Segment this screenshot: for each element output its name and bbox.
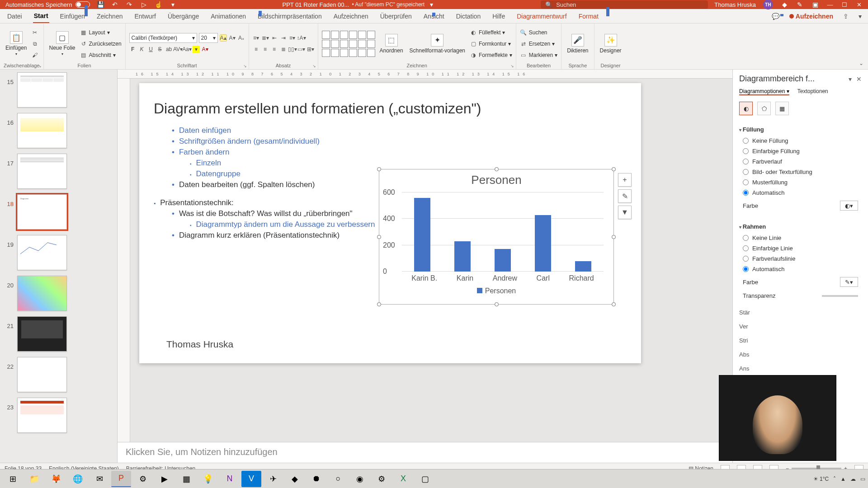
dictate-button[interactable]: 🎤Diktieren bbox=[565, 33, 590, 55]
spacing-icon[interactable]: AV▾ bbox=[175, 46, 182, 53]
shape-outline-button[interactable]: ▢Formkontur ▾ bbox=[470, 39, 512, 49]
shadow-icon[interactable]: ab bbox=[165, 46, 173, 53]
vlc-icon[interactable]: ▶ bbox=[155, 471, 175, 487]
slide-title[interactable]: Diagramm erstellen und formatieren („cus… bbox=[154, 100, 627, 117]
cut-icon[interactable]: ✂ bbox=[31, 29, 38, 36]
border-auto-radio[interactable]: Automatisch bbox=[739, 264, 862, 274]
shape-fill-button[interactable]: ◐Fülleffekt ▾ bbox=[470, 28, 512, 38]
bullet-3[interactable]: Farben ändern bbox=[172, 147, 627, 158]
thumb-20[interactable]: 20 bbox=[5, 276, 113, 311]
fill-pattern-radio[interactable]: Musterfüllung bbox=[739, 177, 862, 188]
designer-button[interactable]: ✨Designer bbox=[598, 33, 623, 55]
onedrive-icon[interactable]: ☁ bbox=[850, 476, 856, 482]
find-button[interactable]: 🔍Suchen bbox=[520, 28, 557, 38]
format-pane-close-icon[interactable]: ✕ bbox=[856, 75, 862, 83]
arrange-button[interactable]: ⬚Anordnen bbox=[378, 33, 405, 55]
chart-elements-button[interactable]: + bbox=[618, 173, 632, 187]
transparency-slider[interactable] bbox=[822, 295, 858, 297]
resize-handle[interactable] bbox=[495, 302, 499, 306]
columns-icon[interactable]: ▯▯▾ bbox=[289, 46, 296, 53]
border-gradient-radio[interactable]: Farbverlaufslinie bbox=[739, 253, 862, 264]
font-launcher-icon[interactable]: ↘ bbox=[243, 64, 247, 68]
chart-bar[interactable] bbox=[414, 198, 430, 272]
bold-button[interactable]: F bbox=[129, 46, 137, 53]
tray-chevron-icon[interactable]: ˄ bbox=[833, 476, 836, 482]
italic-button[interactable]: K bbox=[138, 46, 146, 53]
slide-canvas[interactable]: Diagramm erstellen und formatieren („cus… bbox=[130, 79, 732, 442]
settings-icon[interactable]: ⚙ bbox=[372, 471, 392, 487]
drawing-launcher-icon[interactable]: ↘ bbox=[510, 64, 514, 68]
fill-section-header[interactable]: Füllung bbox=[739, 123, 862, 136]
app-icon[interactable]: V bbox=[241, 471, 261, 487]
paragraph-launcher-icon[interactable]: ↘ bbox=[312, 64, 316, 68]
start-button[interactable]: ⊞ bbox=[3, 471, 23, 487]
chart-legend[interactable]: Personen bbox=[379, 287, 613, 295]
new-slide-button[interactable]: ▢Neue Folie▾ bbox=[47, 30, 77, 57]
resize-handle[interactable] bbox=[612, 167, 616, 171]
thumb-22[interactable]: 22 bbox=[5, 357, 113, 392]
onenote-icon[interactable]: N bbox=[220, 471, 240, 487]
replace-button[interactable]: ⇄Ersetzen ▾ bbox=[520, 39, 557, 49]
system-tray[interactable]: ☀ 1°C ˄ ▲ ☁ ▭ bbox=[813, 476, 865, 482]
thumb-18[interactable]: 18Diagramm bbox=[5, 194, 113, 230]
excel-icon[interactable]: X bbox=[393, 471, 413, 487]
shapes-gallery[interactable] bbox=[322, 31, 375, 57]
align-text-icon[interactable]: ▭▾ bbox=[298, 46, 305, 53]
thumb-15[interactable]: 15 bbox=[5, 72, 113, 108]
thumb-19[interactable]: 19 bbox=[5, 235, 113, 270]
slide[interactable]: Diagramm erstellen und formatieren („cus… bbox=[139, 83, 641, 363]
obs-icon[interactable]: ⏺ bbox=[307, 471, 326, 487]
section-button[interactable]: ▤Abschnitt ▾ bbox=[80, 50, 122, 60]
chart-bar[interactable] bbox=[495, 249, 511, 272]
collapse-ribbon-icon[interactable]: ⌄ bbox=[854, 57, 868, 69]
thumb-16[interactable]: 16 bbox=[5, 113, 113, 148]
chart-bar[interactable] bbox=[535, 215, 551, 272]
text-options-tab[interactable]: Textoptionen bbox=[797, 88, 828, 95]
fill-solid-radio[interactable]: Einfarbige Füllung bbox=[739, 146, 862, 156]
reset-button[interactable]: ↺Zurücksetzen bbox=[80, 39, 122, 49]
fill-line-icon[interactable]: ◐ bbox=[739, 102, 753, 115]
app-icon[interactable]: ▢ bbox=[415, 471, 435, 487]
border-solid-radio[interactable]: Einfarbige Linie bbox=[739, 243, 862, 253]
app-icon[interactable]: ◉ bbox=[350, 471, 370, 487]
select-button[interactable]: ▭Markieren ▾ bbox=[520, 50, 557, 60]
chart-bar[interactable] bbox=[575, 261, 591, 272]
highlight-icon[interactable]: ▾ bbox=[193, 46, 200, 53]
quick-styles-button[interactable]: ✦Schnellformat-vorlagen bbox=[408, 33, 467, 55]
chart-title[interactable]: Personen bbox=[379, 169, 613, 187]
slide-thumbnails[interactable]: 15 16 17 18Diagramm 19 20 21 22 23 bbox=[0, 70, 118, 463]
bullet-3a[interactable]: Einzeln bbox=[190, 158, 627, 169]
font-color-icon[interactable]: A▾ bbox=[202, 46, 209, 53]
size-props-icon[interactable]: ▦ bbox=[775, 102, 789, 115]
line-spacing-icon[interactable]: ≡▾ bbox=[289, 34, 296, 42]
firefox-icon[interactable]: 🦊 bbox=[46, 471, 66, 487]
align-center-icon[interactable]: ≡ bbox=[262, 46, 269, 53]
fill-none-radio[interactable]: Keine Füllung bbox=[739, 136, 862, 146]
font-size-combo[interactable]: 20▾ bbox=[199, 33, 218, 43]
bullets-icon[interactable]: ≡▾ bbox=[253, 34, 260, 42]
bullet-1[interactable]: Daten einfügen bbox=[172, 125, 627, 136]
smartart-icon[interactable]: ⊞▾ bbox=[307, 46, 314, 53]
effects-icon[interactable]: ⬠ bbox=[757, 102, 771, 115]
numbering-icon[interactable]: ≣▾ bbox=[262, 34, 269, 42]
app-icon[interactable]: ⚙ bbox=[133, 471, 153, 487]
resize-handle[interactable] bbox=[377, 167, 381, 171]
border-section-header[interactable]: Rahmen bbox=[739, 221, 862, 233]
chart-x-axis[interactable]: Karin B.KarinAndrewCarlRichard bbox=[402, 274, 604, 282]
thumb-21[interactable]: 21 bbox=[5, 316, 113, 352]
format-pane-dropdown-icon[interactable]: ▾ bbox=[849, 75, 852, 83]
indent-icon[interactable]: ⇥ bbox=[280, 34, 287, 42]
font-name-combo[interactable]: Calibri (Textkörper)▾ bbox=[129, 33, 197, 43]
underline-button[interactable]: U bbox=[147, 46, 155, 53]
chart-object[interactable]: + ✎ ▼ Personen 0 200 400 600 Karin B.K bbox=[379, 169, 614, 305]
notes-pane[interactable]: Klicken Sie, um Notizen hinzuzufügen bbox=[118, 442, 732, 463]
strike-button[interactable]: S bbox=[156, 46, 164, 53]
resize-handle[interactable] bbox=[377, 235, 381, 239]
chrome-icon[interactable]: 🌐 bbox=[68, 471, 88, 487]
bullet-2[interactable]: Schriftgrößen ändern (gesamt/individuell… bbox=[172, 136, 627, 147]
fill-color-button[interactable]: ◐▾ bbox=[840, 201, 858, 211]
shape-effects-button[interactable]: ◑Formeffekte ▾ bbox=[470, 50, 512, 60]
chart-filter-button[interactable]: ▼ bbox=[618, 206, 632, 219]
fill-gradient-radio[interactable]: Farbverlauf bbox=[739, 156, 862, 167]
align-right-icon[interactable]: ≡ bbox=[271, 46, 278, 53]
